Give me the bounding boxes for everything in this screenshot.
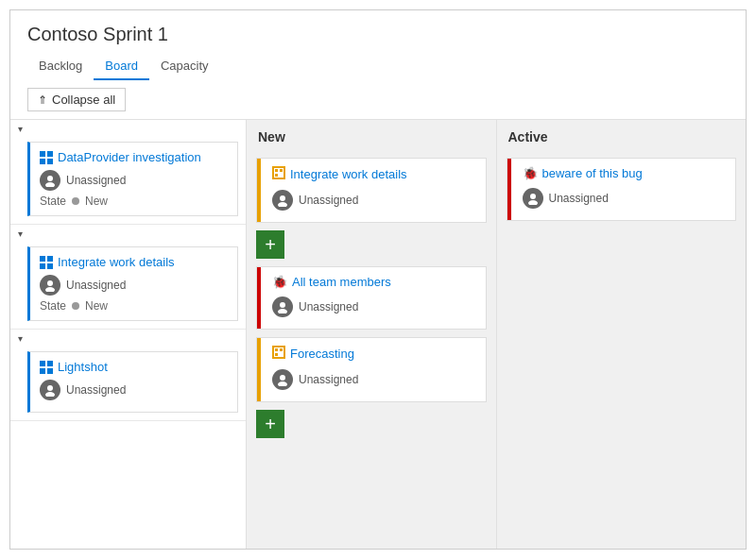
board-col-new: New bbox=[247, 120, 497, 549]
state-label-1: State bbox=[40, 195, 66, 208]
sidebar-user-row-3: Unassigned bbox=[40, 380, 228, 400]
board-card-integrate[interactable]: Integrate work details Unassigned bbox=[256, 158, 487, 223]
board-card-title-forecasting: Forecasting bbox=[266, 346, 476, 362]
card-avatar-forecasting bbox=[272, 369, 293, 390]
toolbar: ⇑ Collapse all bbox=[10, 80, 746, 120]
svg-rect-2 bbox=[40, 159, 45, 164]
card-assignee-forecasting: Unassigned bbox=[299, 373, 358, 386]
svg-rect-20 bbox=[280, 169, 283, 172]
bug-icon-1: 🐞 bbox=[272, 275, 287, 289]
svg-rect-12 bbox=[40, 361, 45, 366]
svg-rect-6 bbox=[40, 256, 45, 262]
card-bar-yellow-2 bbox=[257, 338, 261, 401]
triangle-icon-2: ▾ bbox=[18, 229, 23, 239]
svg-point-30 bbox=[280, 375, 285, 381]
card-avatar-bug bbox=[523, 188, 543, 209]
svg-point-4 bbox=[47, 176, 53, 181]
card-user-row-allteam: Unassigned bbox=[266, 296, 476, 317]
sidebar-card-2: Integrate work details Unassigned State bbox=[27, 246, 238, 321]
sidebar-card-1: DataProvider investigation Unassigned St… bbox=[27, 142, 238, 216]
tab-backlog[interactable]: Backlog bbox=[27, 53, 94, 80]
add-card-button-1[interactable]: + bbox=[256, 230, 284, 259]
sidebar-card-title-2: Integrate work details bbox=[40, 255, 228, 269]
svg-rect-27 bbox=[275, 348, 278, 351]
svg-point-11 bbox=[45, 287, 55, 292]
add-card-button-2[interactable]: + bbox=[256, 410, 284, 438]
card-title-allteam: All team members bbox=[292, 275, 391, 289]
card-avatar-1 bbox=[272, 190, 293, 211]
sidebar-assignee-1: Unassigned bbox=[66, 174, 126, 187]
page-title: Contoso Sprint 1 bbox=[27, 24, 729, 45]
collapse-all-button[interactable]: ⇑ Collapse all bbox=[27, 88, 126, 111]
plus-icon-2: + bbox=[265, 414, 276, 435]
card-title-forecasting: Forecasting bbox=[290, 347, 354, 361]
sidebar-assignee-2: Unassigned bbox=[66, 279, 126, 292]
sidebar-item-title-2: Integrate work details bbox=[58, 255, 175, 269]
nav-tabs: Backlog Board Capacity bbox=[27, 53, 729, 80]
board-card-forecasting[interactable]: Forecasting Unassigned bbox=[256, 337, 487, 402]
sidebar: ▾ DataProvider investigation bbox=[10, 120, 247, 549]
svg-rect-26 bbox=[273, 347, 284, 358]
state-dot-1 bbox=[72, 197, 79, 205]
board-card-title-integrate: Integrate work details bbox=[266, 166, 476, 182]
card-user-row-forecasting: Unassigned bbox=[266, 369, 476, 390]
triangle-icon-3: ▾ bbox=[18, 333, 23, 344]
card-assignee-bug: Unassigned bbox=[549, 192, 609, 205]
svg-point-23 bbox=[278, 202, 287, 207]
card-user-row-1: Unassigned bbox=[266, 190, 476, 211]
card-bar-red-2 bbox=[507, 159, 511, 220]
card-title-bug: beware of this bug bbox=[542, 166, 643, 180]
svg-rect-3 bbox=[47, 159, 53, 164]
svg-rect-13 bbox=[47, 361, 53, 366]
card-user-row-bug: Unassigned bbox=[517, 188, 727, 209]
state-label-2: State bbox=[40, 299, 66, 313]
plus-icon-1: + bbox=[265, 234, 276, 256]
col-body-new: Integrate work details Unassigned bbox=[247, 152, 496, 549]
sidebar-group-3: ▾ Lightshot bbox=[10, 330, 246, 421]
svg-rect-7 bbox=[47, 256, 53, 262]
state-value-2: New bbox=[85, 299, 108, 313]
board-card-bug[interactable]: 🐞 beware of this bug Unassigned bbox=[507, 158, 737, 221]
sidebar-state-row-2: State New bbox=[40, 299, 228, 313]
card-assignee-1: Unassigned bbox=[299, 194, 358, 207]
svg-point-10 bbox=[47, 280, 53, 286]
col-header-new: New bbox=[247, 120, 496, 152]
svg-rect-29 bbox=[275, 353, 278, 356]
sidebar-group-header-2[interactable]: ▾ bbox=[10, 225, 246, 243]
sidebar-group-header-1[interactable]: ▾ bbox=[10, 120, 246, 138]
state-value-1: New bbox=[85, 195, 108, 208]
svg-point-33 bbox=[528, 200, 538, 205]
tab-board[interactable]: Board bbox=[94, 53, 149, 80]
svg-point-22 bbox=[280, 195, 285, 201]
svg-point-17 bbox=[45, 392, 55, 397]
svg-point-24 bbox=[280, 302, 285, 308]
svg-point-5 bbox=[45, 182, 55, 187]
task-icon-3 bbox=[40, 361, 53, 374]
collapse-all-label: Collapse all bbox=[52, 93, 115, 107]
svg-rect-14 bbox=[40, 368, 45, 374]
avatar-1 bbox=[40, 170, 60, 191]
board-card-allteam[interactable]: 🐞 All team members Unassigned bbox=[256, 266, 487, 330]
story-icon-1 bbox=[272, 166, 285, 182]
story-icon-2 bbox=[272, 346, 285, 362]
board-card-title-allteam: 🐞 All team members bbox=[266, 275, 476, 289]
sidebar-user-row-2: Unassigned bbox=[40, 275, 228, 296]
sidebar-group-header-3[interactable]: ▾ bbox=[10, 330, 246, 347]
sidebar-group-1: ▾ DataProvider investigation bbox=[10, 120, 246, 225]
svg-point-32 bbox=[530, 194, 536, 199]
sidebar-assignee-3: Unassigned bbox=[66, 383, 126, 397]
triangle-icon-1: ▾ bbox=[18, 124, 23, 134]
sidebar-item-title-3: Lightshot bbox=[58, 360, 108, 374]
svg-point-31 bbox=[278, 381, 287, 386]
sidebar-item-title-1: DataProvider investigation bbox=[58, 150, 201, 164]
sidebar-card-title-1: DataProvider investigation bbox=[40, 150, 228, 164]
board-columns: New bbox=[247, 120, 746, 549]
board-area: ▾ DataProvider investigation bbox=[10, 120, 746, 549]
col-body-active: 🐞 beware of this bug Unassigned bbox=[497, 152, 747, 549]
task-icon-2 bbox=[40, 256, 53, 269]
tab-capacity[interactable]: Capacity bbox=[149, 53, 220, 80]
svg-rect-18 bbox=[273, 167, 284, 178]
card-bar-yellow-1 bbox=[257, 159, 261, 222]
card-avatar-allteam bbox=[272, 296, 293, 317]
svg-rect-8 bbox=[40, 263, 45, 269]
